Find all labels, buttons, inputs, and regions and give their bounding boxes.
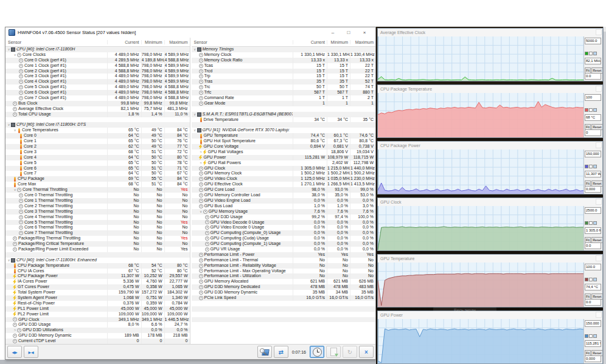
sensor-row[interactable]: GPU Core Voltage0,694 V0,681 V0,738 V (192, 144, 376, 149)
sensor-row[interactable]: Package/Ring Power Limit ExceededNoNoYes (5, 247, 190, 252)
sensor-row[interactable]: CPU IA Cores67 °C52 °C80 °C (5, 269, 190, 274)
graph-window-average-effective-clock[interactable]: Average Effective Clock5000.082,1 MHzFit… (377, 28, 603, 81)
graph-ymax-box[interactable]: 150,000 (585, 320, 601, 327)
sensor-row[interactable]: vGPU Memory Usage7,6 %7,6 %7,6 % (192, 209, 376, 215)
sensor-row[interactable]: Core 7 Thermal ThrottlingNoNoNo (5, 230, 190, 236)
series-color-swatch[interactable] (585, 221, 588, 225)
graph-title-button[interactable] (596, 29, 602, 35)
expand-chevron[interactable]: > (13, 328, 17, 333)
graph-title-button[interactable] (596, 312, 602, 318)
sensor-row[interactable]: Core 7 Clock (perf #1)4 489,0 MHz798,0 M… (5, 95, 190, 101)
expand-chevron[interactable]: v (199, 209, 203, 215)
sensor-row[interactable]: Core 5 Thermal ThrottlingNoNoYes (5, 220, 190, 225)
sensor-row[interactable]: Core 6 Thermal ThrottlingNoNoNo (5, 225, 190, 230)
graph-ymin-box[interactable]: 0.0 (585, 73, 601, 80)
find-value-button[interactable] (257, 346, 272, 358)
sensor-row[interactable]: Core 665 °C51 °C71 °C (5, 166, 190, 171)
grid-color-swatch[interactable] (593, 52, 597, 55)
sensor-row[interactable]: GPU Computing (Cuda) Usage0,0 %0,0 %0,0 … (192, 236, 376, 241)
column-header[interactable]: Sensor Current Minimum Maximum (5, 38, 190, 47)
col-sensor[interactable]: Sensor (5, 40, 107, 44)
sensor-row[interactable]: GPU Memory Clock1 500,2 MHz1 500,2 MHz1 … (192, 171, 376, 176)
sensor-row[interactable]: GPU Computing (Compute_0) Usage0,0 %0,0 … (192, 230, 376, 236)
sensor-row[interactable]: Bus Clock99,8 MHz99,8 MHz99,8 MHz (5, 101, 190, 106)
sensor-row[interactable]: Trfc587 T587 T880 T (192, 90, 376, 95)
sensor-row[interactable]: Memory Clock1 330,1 MHz1 330,1 MHz1 330,… (192, 52, 376, 58)
sensor-row[interactable]: vCore Thermal ThrottlingNoNoYes (5, 187, 190, 193)
expand-chevron[interactable]: v (13, 128, 17, 133)
sensor-row[interactable]: Trcd15 T15 T22 T (192, 69, 376, 74)
grid-color-swatch[interactable] (593, 165, 597, 168)
col-sensor[interactable]: Sensor (192, 40, 293, 44)
graph-ymin-box[interactable]: 0 (585, 129, 601, 136)
expand-chevron[interactable]: > (199, 160, 203, 166)
graph-window-gpu-clock[interactable]: GPU Clock2500.01 305,0 MHzFit yReset0.0 (377, 197, 603, 251)
sensor-row[interactable]: GPU D3D Usage99,2 %97,4 %100,0 % (192, 215, 376, 220)
sensor-row[interactable]: GPU Computing (Compute_1) Usage0,0 %0,0 … (192, 241, 376, 247)
sensor-row[interactable]: GPU Video Encode 0 Usage0,0 %0,0 %0,0 % (192, 225, 376, 230)
sensor-row[interactable]: Total System Power159,790 W157,272 W184,… (5, 290, 190, 295)
sensor-row[interactable]: Tcas15 T15 T22 T (192, 63, 376, 69)
section-header-row[interactable]: vS.M.A.R.T.: ESR01TBTLG-E6GBTNB4 (BE8007… (192, 112, 376, 117)
series-color-swatch[interactable] (585, 278, 588, 281)
graph-current-value-box[interactable]: 11,307 W (585, 171, 601, 177)
graph-ymax-box[interactable]: 150,000 (585, 151, 601, 157)
series-color-swatch[interactable] (585, 108, 588, 112)
sensor-row[interactable]: Core 064 °C49 °C84 °C (5, 133, 190, 139)
sensor-row[interactable]: Performance Limit - UtilizationNoNoNo (192, 273, 376, 279)
background-color-swatch[interactable] (589, 278, 593, 281)
sensor-row[interactable]: CPU Package Temperature68 °C54 °C80 °C (5, 263, 190, 269)
sensor-row[interactable]: IA Cores Power5,336 W4,760 W22,777 W (5, 279, 190, 284)
graph-ymin-box[interactable]: 0,000 (585, 355, 601, 362)
column-header[interactable]: Sensor Current Minimum Maximum (192, 38, 376, 47)
sensor-row[interactable]: Performance Limit - PowerYesYesYes (192, 252, 376, 258)
sensor-row[interactable]: Core 5 Clock (perf #1)4 489,0 MHz798,0 M… (5, 84, 190, 90)
sensor-row[interactable]: >GPU Rail Voltages18,806 V19,034 V (192, 149, 376, 155)
sensor-row[interactable]: Core 4 Thermal ThrottlingNoNoNo (5, 215, 190, 220)
clock-mode-button[interactable] (310, 346, 324, 358)
sensor-row[interactable]: GPU Video Clock1 125,0 MHz1 035,0 MHz1 2… (192, 176, 376, 182)
col-current[interactable]: Current (107, 40, 141, 44)
expand-chevron[interactable]: v (13, 52, 17, 58)
graph-ymax-box[interactable]: 100 (585, 94, 601, 101)
logging-button[interactable] (326, 346, 341, 358)
section-header-row[interactable]: vCPU [#0]: Intel Core i7-11800H (5, 47, 190, 52)
background-color-swatch[interactable] (589, 52, 593, 55)
sensor-row[interactable]: Core 368 °C51 °C72 °C (5, 149, 190, 155)
graph-current-value-box[interactable]: 82,1 MHz (585, 58, 601, 64)
sensor-row[interactable]: Drive Temperature34 °C34 °C35 °C (192, 117, 376, 123)
sensor-row[interactable]: GPU Hot Spot Temperature80,6 °C67,3 °C80… (192, 139, 376, 144)
series-color-swatch[interactable] (585, 165, 588, 168)
sensor-row[interactable]: Core 4 Clock (perf #1)4 489,0 MHz798,0 M… (5, 79, 190, 84)
graph-window-gpu-power[interactable]: GPU Power150,000115,281 WFit yReset0,000 (377, 311, 603, 364)
sensor-row[interactable]: Core Max68 °C51 °C84 °C (5, 182, 190, 187)
sensor-row[interactable]: GPU Effective Clock1 270,1 MHz1 266,5 MH… (192, 182, 376, 187)
sensor-row[interactable]: Core 165 °C50 °C76 °C (5, 139, 190, 144)
background-color-swatch[interactable] (589, 108, 593, 112)
grid-color-swatch[interactable] (593, 108, 597, 112)
sensor-row[interactable]: Total CPU Usage1,8 %1,4 %11,0 % (5, 112, 190, 117)
col-current[interactable]: Current (293, 40, 327, 44)
sensor-row[interactable]: System Agent Power1,068 W0,751 W1,340 W (5, 295, 190, 301)
section-header-row[interactable]: vMemory Timings (192, 47, 376, 52)
expand-chevron[interactable]: v (7, 258, 11, 263)
graph-ymin-box[interactable]: 0.0 (585, 242, 601, 249)
graph-current-value-box[interactable]: 68 °C (585, 114, 601, 121)
expand-chevron[interactable]: v (13, 187, 17, 193)
sensor-row[interactable]: >GPU Rail Powers2,402 W112,798 W (192, 160, 376, 166)
section-header-row[interactable]: vCPU [#0]: Intel Core i7-11800H: DTS (5, 122, 190, 128)
sensor-row[interactable]: Rest-of-Chip Power0,376 W0,359 W0,784 W (5, 301, 190, 306)
grid-color-swatch[interactable] (593, 221, 597, 225)
sensor-row[interactable]: Performance Limit - Max Operating Voltag… (192, 269, 376, 274)
sensor-row[interactable]: Package/Ring Critical TemperatureNoNoNo (5, 241, 190, 247)
sensor-row[interactable]: GPU Memory Controller Load38,0 %35,0 %53… (192, 193, 376, 198)
expand-chevron[interactable]: v (7, 122, 11, 128)
sensor-row[interactable]: Core 2 Clock (perf #1)4 588,8 MHz798,0 M… (5, 69, 190, 74)
expand-chevron[interactable]: > (199, 149, 203, 155)
sensor-row[interactable]: GPU D3D Memory Dynamic35 MB34 MB35 MB (192, 290, 376, 295)
graph-current-value-box[interactable]: 1 305,0 MHz (585, 227, 601, 234)
sensor-row[interactable]: GPU Clock349,1 MHz349,1 MHz1 446,5 MHz (5, 317, 190, 323)
sensor-row[interactable]: Current cTDP Level000 (5, 338, 190, 344)
minimize-button[interactable]: – (325, 29, 341, 37)
background-color-swatch[interactable] (589, 221, 593, 225)
